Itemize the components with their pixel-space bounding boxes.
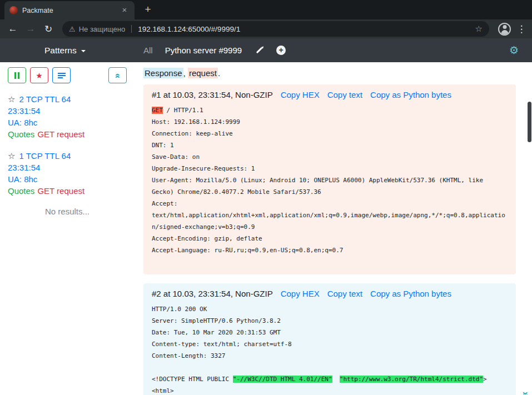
text-segment: Content-Length: 3327 (152, 352, 225, 359)
packet-line (152, 362, 508, 373)
scrollbar-thumb[interactable] (528, 102, 531, 142)
packet-line: Accept: text/html,application/xhtml+xml,… (152, 198, 508, 233)
favorite-star-icon[interactable]: ☆ (8, 94, 15, 104)
new-tab-button[interactable]: + (141, 3, 155, 16)
copy-link[interactable]: Copy HEX (281, 90, 320, 99)
text-segment: Accept-Language: ru-RU,ru;q=0.9,en-US;q=… (152, 247, 343, 254)
highlight-request: request (188, 68, 218, 78)
collapse-sidebar-button[interactable]: « (108, 67, 127, 83)
service-tabs: All Python server #9999 + (143, 38, 286, 62)
text-segment: Server: SimpleHTTP/0.6 Python/3.8.2 (152, 317, 281, 324)
text-segment: > (483, 376, 487, 383)
packet-line: Accept-Language: ru-RU,ru;q=0.9,en-US;q=… (152, 244, 508, 256)
url-bar[interactable]: ⚠ Не защищено 192.168.1.124:65000/#/9999… (62, 21, 489, 37)
url-text[interactable]: 192.168.1.124:65000/#/9999/1 (138, 25, 471, 33)
packet-card-request: #1 at 10.03, 23:31:54, Non-GZIPCopy HEXC… (143, 84, 516, 274)
packet-content: GET / HTTP/1.1Host: 192.168.1.124:9999Co… (152, 104, 508, 268)
packet-line: Connection: keep-alive (152, 128, 508, 139)
highlight-string: "http://www.w3.org/TR/html4/strict.dtd" (340, 376, 483, 383)
security-label[interactable]: Не защищено (79, 25, 126, 33)
bookmark-star-icon[interactable]: ☆ (475, 24, 483, 34)
copy-link[interactable]: Copy text (327, 90, 362, 99)
stream-list-item[interactable]: ☆2 TCP TTL 6423:31:54UA: 8hcQuotesGET re… (8, 93, 127, 140)
tab-current-service[interactable]: Python server #9999 (165, 46, 242, 55)
settings-gear-icon[interactable]: ⚙ (509, 38, 519, 62)
patterns-dropdown[interactable]: Patterns (44, 38, 86, 62)
copy-link[interactable]: Copy text (327, 289, 362, 298)
browser-toolbar: ← → ↻ ⚠ Не защищено 192.168.1.124:65000/… (0, 19, 532, 38)
packet-header-row: #1 at 10.03, 23:31:54, Non-GZIPCopy HEXC… (152, 90, 508, 99)
packet-line: Save-Data: on (152, 151, 508, 163)
packet-line: GET / HTTP/1.1 (152, 104, 508, 116)
pattern-tag-red: GET request (37, 129, 84, 139)
pause-capture-button[interactable] (8, 67, 26, 83)
packet-card-response: #2 at 10.03, 23:31:54, Non-GZIPCopy HEXC… (143, 283, 516, 395)
text-segment: Connection: keep-alive (152, 130, 233, 137)
packet-line: Date: Tue, 10 Mar 2020 20:31:53 GMT (152, 327, 508, 338)
text-segment: DNT: 1 (152, 142, 174, 149)
text-segment: Accept: text/html,application/xhtml+xml,… (152, 200, 505, 231)
browser-menu-icon[interactable]: ⋮ (515, 23, 528, 35)
tab-close-icon[interactable]: × (120, 6, 130, 16)
stream-sidebar: ★ « ☆2 TCP TTL 6423:31:54UA: 8hcQuotesGE… (0, 62, 133, 395)
copy-link[interactable]: Copy HEX (281, 289, 320, 298)
favorite-star-icon[interactable]: ☆ (8, 151, 15, 161)
text-segment: Content-type: text/html; charset=utf-8 (152, 341, 292, 348)
packet-line: Server: SimpleHTTP/0.6 Python/3.8.2 (152, 315, 508, 327)
stream-list: ☆2 TCP TTL 6423:31:54UA: 8hcQuotesGET re… (8, 93, 127, 197)
tab-all-services[interactable]: All (143, 46, 153, 55)
tab-title: Packmate (22, 7, 115, 14)
stream-title[interactable]: 2 TCP TTL 64 (19, 94, 71, 104)
text-segment: Host: 192.168.1.124:9999 (152, 118, 240, 126)
stream-tags: QuotesGET request (8, 128, 127, 140)
stream-time: 23:31:54 (8, 162, 127, 173)
pattern-tag-green: Quotes (8, 186, 34, 196)
profile-avatar[interactable] (498, 23, 511, 36)
page-body: ★ « ☆2 TCP TTL 6423:31:54UA: 8hcQuotesGE… (0, 62, 532, 395)
stream-title[interactable]: 1 TCP TTL 64 (19, 151, 71, 161)
pattern-tag-green: Quotes (8, 129, 34, 139)
pause-icon (14, 72, 19, 79)
pencil-icon (256, 47, 262, 53)
browser-tab[interactable]: Packmate × (4, 1, 135, 19)
packet-line: User-Agent: Mozilla/5.0 (Linux; Android … (152, 174, 508, 198)
text-segment: Accept-Encoding: gzip, deflate (152, 235, 262, 242)
patterns-label: Patterns (44, 46, 77, 56)
packet-title: #1 at 10.03, 23:31:54, Non-GZIP (152, 90, 273, 99)
color-legend: Response, request. (143, 68, 516, 78)
app-navbar: Patterns All Python server #9999 + ⚙ (0, 38, 532, 62)
text-segment: Date: Tue, 10 Mar 2020 20:31:53 GMT (152, 329, 281, 336)
packet-line: <!DOCTYPE HTML PUBLIC "-//W3C//DTD HTML … (152, 373, 508, 385)
text-segment: Upgrade-Insecure-Requests: 1 (152, 165, 255, 172)
copy-link[interactable]: Copy as Python bytes (370, 90, 451, 99)
reload-icon[interactable]: ↻ (40, 21, 57, 37)
text-segment: / HTTP/1.1 (163, 107, 203, 114)
packet-line: DNT: 1 (152, 139, 508, 151)
stream-list-item[interactable]: ☆1 TCP TTL 6423:31:54UA: 8hcQuotesGET re… (8, 150, 127, 197)
favorites-filter-button[interactable]: ★ (30, 67, 48, 83)
packet-title: #2 at 10.03, 23:31:54, Non-GZIP (152, 289, 273, 298)
stream-tags: QuotesGET request (8, 185, 127, 197)
sidebar-toolbar: ★ « (8, 67, 127, 83)
packet-line: Accept-Encoding: gzip, deflate (152, 233, 508, 244)
text-segment (332, 376, 340, 383)
double-chevron-up-icon: « (113, 73, 123, 78)
add-service-button[interactable]: + (276, 46, 286, 55)
copy-link[interactable]: Copy as Python bytes (370, 289, 451, 298)
scroll-to-bottom-button[interactable]: » (520, 392, 531, 395)
not-secure-warning-icon[interactable]: ⚠ (69, 25, 76, 33)
edit-service-button[interactable] (254, 46, 264, 56)
text-segment: <html> (152, 387, 174, 394)
list-lines-icon (58, 73, 66, 78)
text-segment: <!DOCTYPE HTML PUBLIC (152, 376, 233, 383)
text-segment: Save-Data: on (152, 153, 200, 161)
packet-line: Upgrade-Insecure-Requests: 1 (152, 163, 508, 174)
packets-panel: Response, request. #1 at 10.03, 23:31:54… (133, 62, 532, 395)
back-icon[interactable]: ← (4, 21, 21, 37)
packet-line (152, 256, 508, 268)
list-filter-button[interactable] (52, 67, 71, 83)
forward-icon[interactable]: → (22, 21, 39, 37)
text-segment: , (183, 68, 188, 78)
pattern-tag-red: GET request (37, 186, 84, 196)
screen: Packmate × + ← → ↻ ⚠ Не защищено 192.168… (0, 0, 532, 395)
